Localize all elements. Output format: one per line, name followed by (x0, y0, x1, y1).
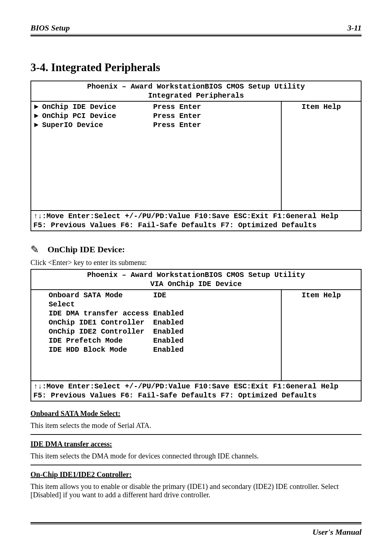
bios2-main-panel: Onboard SATA Mode Select IDE IDE DMA tra… (31, 290, 281, 381)
header-right: 3-11 (347, 23, 362, 33)
bios1-title-line1: Phoenix – Award WorkstationBIOS CMOS Set… (33, 82, 359, 91)
sub-intro-text: Click <Enter> key to enter its submenu: (30, 258, 362, 267)
menu-item-value: IDE (153, 291, 278, 309)
bios2-menu-item[interactable]: IDE HDD Block Mode Enabled (34, 345, 278, 354)
bios2-title-line1: Phoenix – Award WorkstationBIOS CMOS Set… (33, 270, 359, 279)
header-rule-thin (30, 34, 362, 34)
menu-item-value: Press Enter (153, 102, 278, 111)
option-block: On-Chip IDE1/IDE2 Controller: This item … (30, 470, 362, 499)
menu-item-value: Press Enter (153, 111, 278, 121)
option-text: This item selects the mode of Serial ATA… (30, 421, 362, 430)
bios1-footer-line2: F5: Previous Values F6: Fail-Safe Defaul… (33, 221, 359, 230)
item-help-label: Item Help (285, 102, 358, 111)
bios1-title-line2: Integrated Peripherals (33, 91, 359, 100)
bios2-title-line2: VIA OnChip IDE Device (33, 279, 359, 289)
menu-item-value: Enabled (153, 318, 278, 327)
menu-item-label: SuperIO Device (42, 121, 153, 130)
bios1-main-panel: ► OnChip IDE Device Press Enter ► OnChip… (31, 101, 281, 211)
bios2-footer-line1: ↑↓:Move Enter:Select +/-/PU/PD:Value F10… (33, 382, 359, 391)
divider (30, 465, 362, 465)
menu-item-label: IDE DMA transfer access (49, 309, 153, 318)
page-header: BIOS Setup 3-11 (30, 23, 362, 34)
menu-item-label: OnChip IDE1 Controller (49, 318, 153, 327)
header-rule-thick (30, 35, 362, 36)
bios1-menu-item[interactable]: ► SuperIO Device Press Enter (34, 121, 278, 130)
header-left: BIOS Setup (30, 23, 70, 33)
option-heading: Onboard SATA Mode Select: (30, 409, 362, 418)
bios2-menu-item[interactable]: OnChip IDE2 Controller Enabled (34, 327, 278, 336)
divider (30, 434, 362, 435)
menu-item-value: Enabled (153, 345, 278, 354)
bios-screen-integrated-peripherals: Phoenix – Award WorkstationBIOS CMOS Set… (30, 81, 362, 231)
bios1-help-panel: Item Help (281, 101, 361, 211)
option-text: This item selects the DMA mode for devic… (30, 452, 362, 460)
section-title: 3-4. Integrated Peripherals (30, 61, 362, 74)
menu-item-label: OnChip IDE Device (42, 102, 153, 111)
menu-item-value: Enabled (153, 309, 278, 318)
bios1-menu-item[interactable]: ► OnChip PCI Device Press Enter (34, 111, 278, 121)
bios2-menu-item[interactable]: OnChip IDE1 Controller Enabled (34, 318, 278, 327)
bios2-footer-line2: F5: Previous Values F6: Fail-Safe Defaul… (33, 391, 359, 400)
option-text: This item allows you to enable or disabl… (30, 482, 362, 499)
sub-heading: ✎ OnChip IDE Device: (30, 244, 362, 256)
submenu-arrow-icon: ► (34, 111, 42, 121)
option-block: Onboard SATA Mode Select: This item sele… (30, 409, 362, 430)
option-heading: On-Chip IDE1/IDE2 Controller: (30, 470, 362, 479)
menu-item-label: Onboard SATA Mode Select (49, 291, 153, 309)
footer-rule (30, 522, 362, 525)
bios1-footer-line1: ↑↓:Move Enter:Select +/-/PU/PD:Value F10… (33, 212, 359, 221)
bios2-help-panel: Item Help (281, 290, 361, 381)
sub-heading-text: OnChip IDE Device: (48, 245, 125, 254)
menu-item-label: IDE HDD Block Mode (49, 345, 153, 354)
bios2-menu-item[interactable]: IDE DMA transfer access Enabled (34, 309, 278, 318)
bios2-footer: ↑↓:Move Enter:Select +/-/PU/PD:Value F10… (31, 381, 361, 401)
option-block: IDE DMA transfer access: This item selec… (30, 440, 362, 460)
bios1-footer: ↑↓:Move Enter:Select +/-/PU/PD:Value F10… (31, 211, 361, 231)
hand-pointer-icon: ✎ (30, 244, 39, 256)
menu-item-value: Press Enter (153, 121, 278, 130)
menu-item-value: Enabled (153, 336, 278, 345)
submenu-arrow-icon: ► (34, 102, 42, 111)
bios-screen-onchip-ide: Phoenix – Award WorkstationBIOS CMOS Set… (30, 269, 362, 401)
menu-item-label: OnChip IDE2 Controller (49, 327, 153, 336)
submenu-arrow-icon: ► (34, 121, 42, 130)
menu-item-value: Enabled (153, 327, 278, 336)
bios2-menu-item[interactable]: IDE Prefetch Mode Enabled (34, 336, 278, 345)
menu-item-label: IDE Prefetch Mode (49, 336, 153, 345)
option-heading: IDE DMA transfer access: (30, 440, 362, 448)
page-footer: User's Manual (313, 527, 362, 537)
item-help-label: Item Help (285, 291, 358, 300)
menu-item-label: OnChip PCI Device (42, 111, 153, 121)
bios1-menu-item[interactable]: ► OnChip IDE Device Press Enter (34, 102, 278, 111)
bios2-menu-item[interactable]: Onboard SATA Mode Select IDE (34, 291, 278, 309)
